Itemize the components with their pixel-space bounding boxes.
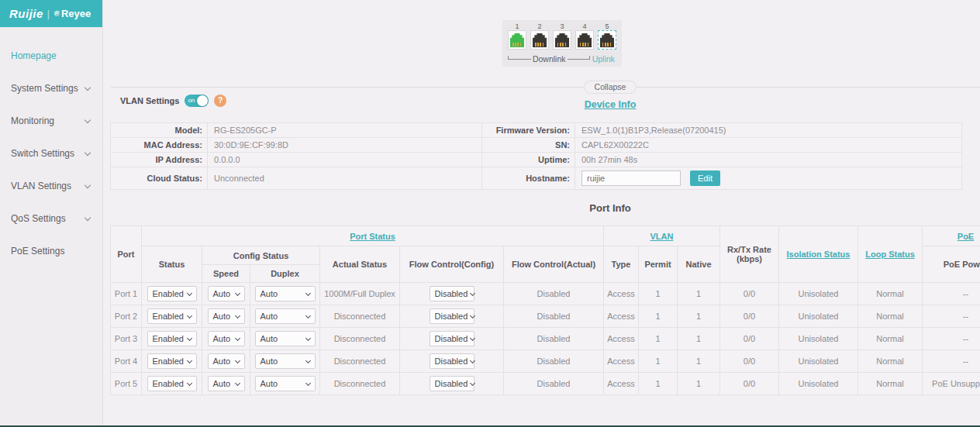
sidebar-item-label: System Settings — [11, 83, 78, 94]
col-port: Port — [111, 226, 142, 283]
status-select-port-2[interactable]: Enabled — [147, 308, 197, 324]
flow-control-select-port-2[interactable]: Disabled — [430, 308, 474, 324]
port-labels-row: Downlink Uplink — [508, 51, 616, 64]
chevron-down-icon — [186, 312, 192, 318]
flow-control-select-port-3[interactable]: Disabled — [430, 331, 474, 346]
sidebar-item-switch-settings[interactable]: Switch Settings — [0, 137, 102, 170]
flow-control-select-port-1[interactable]: Disabled — [430, 286, 474, 301]
chevron-down-icon — [85, 215, 91, 221]
duplex-select-port-2[interactable]: Auto — [255, 308, 316, 324]
chevron-down-icon — [85, 150, 91, 156]
port-1-rj45-icon[interactable] — [508, 30, 526, 50]
vlan-link[interactable]: VLAN — [650, 232, 674, 241]
sn-value: CAPL62X00222C — [575, 138, 962, 153]
chevron-down-icon — [305, 312, 310, 318]
uptime-value: 00h 27min 48s — [575, 153, 962, 167]
status-select-port-1[interactable]: Enabled — [147, 286, 197, 301]
sidebar-item-label: VLAN Settings — [11, 181, 71, 191]
port-4-rj45-icon[interactable] — [575, 30, 594, 50]
loop-status-link[interactable]: Loop Status — [865, 250, 915, 259]
chevron-down-icon — [85, 182, 91, 188]
select-value: Auto — [261, 334, 278, 343]
port-number-label: 2 — [530, 22, 549, 30]
flow-control-select-port-5[interactable]: Disabled — [430, 376, 474, 391]
col-duplex: Duplex — [250, 265, 320, 283]
sn-label: SN: — [482, 138, 575, 153]
col-poe-power: PoE Power — [923, 246, 980, 283]
speed-select-port-3[interactable]: Auto — [208, 331, 245, 346]
sidebar-item-qos-settings[interactable]: QoS Settings — [0, 202, 102, 235]
port-number-label: 1 — [508, 22, 526, 30]
select-value: Auto — [213, 334, 231, 343]
port-3-rj45-icon[interactable] — [553, 30, 571, 50]
select-value: Enabled — [153, 334, 184, 343]
port-status-link[interactable]: Port Status — [350, 232, 395, 241]
col-speed: Speed — [202, 265, 250, 283]
ruijie-reyee-logo: Ruijie | 睿 Reyee — [0, 0, 102, 27]
firmware-value: ESW_1.0(1)B1P3,Release(07200415) — [575, 123, 962, 138]
chevron-down-icon — [234, 312, 240, 318]
chevron-down-icon — [470, 357, 475, 363]
table-row: Port 3EnabledAutoAutoDisconnectedDisable… — [111, 328, 980, 350]
duplex-select-port-4[interactable]: Auto — [255, 353, 316, 369]
sidebar-item-homepage[interactable]: Homepage — [0, 40, 102, 72]
port-number-label: 4 — [575, 22, 594, 30]
isolation-status-link[interactable]: Isolation Status — [787, 250, 851, 259]
select-value: Auto — [261, 379, 278, 388]
speed-select-port-4[interactable]: Auto — [208, 353, 245, 369]
select-value: Auto — [213, 379, 231, 388]
chevron-down-icon — [305, 290, 310, 295]
select-value: Disabled — [435, 289, 468, 298]
chevron-down-icon — [85, 117, 91, 123]
port-info-table: Port Port Status VLAN Rx/Tx Rate (kbps) … — [110, 226, 980, 395]
hostname-label: Hostname: — [482, 167, 575, 190]
col-permit: Permit — [639, 246, 678, 283]
sidebar-item-system-settings[interactable]: System Settings — [0, 72, 102, 105]
logo-divider: | — [47, 9, 50, 19]
port-2-rj45-icon[interactable] — [530, 30, 549, 50]
cloud-status-label: Cloud Status: — [111, 167, 208, 190]
chevron-down-icon — [234, 380, 240, 385]
uptime-label: Uptime: — [482, 153, 575, 167]
poe-link[interactable]: PoE — [958, 232, 974, 241]
edit-hostname-button[interactable]: Edit — [690, 170, 720, 186]
sidebar-item-monitoring[interactable]: Monitoring — [0, 105, 102, 137]
collapse-button[interactable]: Collapse — [584, 81, 637, 94]
status-select-port-5[interactable]: Enabled — [147, 376, 197, 391]
speed-select-port-5[interactable]: Auto — [208, 376, 245, 391]
duplex-select-port-5[interactable]: Auto — [255, 376, 316, 391]
chevron-down-icon — [470, 290, 475, 295]
duplex-select-port-1[interactable]: Auto — [255, 286, 316, 301]
table-row: Port 4EnabledAutoAutoDisconnectedDisable… — [111, 350, 980, 373]
flow-control-select-port-4[interactable]: Disabled — [430, 353, 474, 369]
select-value: Auto — [261, 356, 278, 366]
hostname-input[interactable] — [581, 170, 681, 186]
chevron-down-icon — [186, 335, 192, 340]
port-number-label: 3 — [553, 22, 571, 30]
table-row: Port 1EnabledAutoAuto1000M/Full DuplexDi… — [111, 283, 980, 305]
select-value: Auto — [213, 356, 231, 366]
select-value: Enabled — [153, 312, 184, 321]
mac-value: 30:0D:9E:CF:99:8D — [208, 138, 482, 153]
select-value: Auto — [261, 289, 278, 298]
port-5-rj45-icon[interactable] — [598, 30, 616, 50]
status-select-port-3[interactable]: Enabled — [147, 331, 197, 346]
logo-brand: Ruijie — [9, 7, 43, 20]
status-select-port-4[interactable]: Enabled — [147, 353, 197, 369]
device-info-link[interactable]: Device Info — [585, 99, 637, 110]
speed-select-port-1[interactable]: Auto — [208, 286, 245, 301]
device-info-table: Model: RG-ES205GC-P Firmware Version: ES… — [110, 122, 962, 190]
port-numbers-row: 12345 — [508, 22, 616, 30]
chevron-down-icon — [470, 380, 475, 385]
col-native: Native — [678, 246, 720, 283]
chevron-down-icon — [305, 335, 310, 340]
speed-select-port-2[interactable]: Auto — [208, 308, 245, 324]
col-flow-control-actual: Flow Control(Actual) — [504, 246, 604, 283]
select-value: Disabled — [435, 312, 468, 321]
sidebar-item-vlan-settings[interactable]: VLAN Settings — [0, 170, 102, 202]
sidebar-item-poe-settings[interactable]: PoE Settings — [0, 235, 102, 267]
sidebar-item-label: QoS Settings — [11, 213, 66, 224]
select-value: Auto — [213, 312, 231, 321]
chevron-down-icon — [234, 357, 240, 363]
duplex-select-port-3[interactable]: Auto — [255, 331, 316, 346]
